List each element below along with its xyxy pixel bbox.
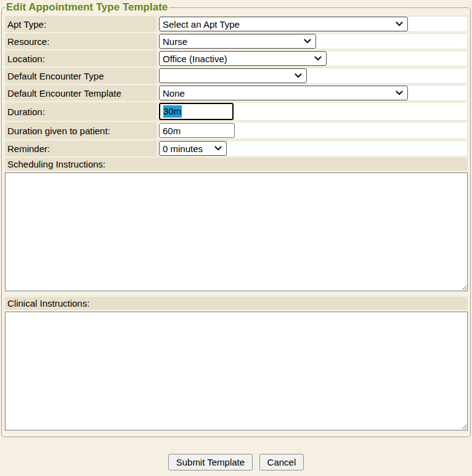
chevron-down-icon [304,39,311,44]
default-encounter-type-select[interactable] [159,68,307,83]
default-encounter-type-cell [158,68,468,84]
apt-type-selected-value: Select an Apt Type [163,19,240,30]
apt-type-label: Apt Type: [5,16,157,32]
location-select[interactable]: Office (Inactive) [159,51,327,66]
reminder-cell: 0 minutes [158,140,468,156]
default-encounter-template-select[interactable]: None [159,86,408,100]
location-selected-value: Office (Inactive) [163,54,227,64]
form-row-default-encounter-type: Default Encounter Type [5,68,468,84]
button-bar: Submit Template Cancel [0,454,472,470]
default-encounter-type-label: Default Encounter Type [5,68,157,84]
chevron-down-icon [396,91,403,95]
location-label: Location: [5,50,157,67]
form-row-apt-type: Apt Type: Select an Apt Type [5,16,468,32]
default-encounter-template-cell: None [158,85,468,101]
edit-appointment-type-template-page: Edit Appointment Type Template Apt Type:… [0,1,472,476]
form-row-location: Location: Office (Inactive) [5,50,468,67]
default-encounter-template-selected-value: None [163,88,185,99]
duration-input-selected-text: 30m [163,105,182,118]
duration-patient-input[interactable]: 60m [159,123,235,138]
reminder-select[interactable]: 0 minutes [159,141,227,156]
resource-cell: Nurse [158,33,468,49]
reminder-selected-value: 0 minutes [163,143,203,154]
form-row-resource: Resource: Nurse [5,33,468,49]
duration-input[interactable]: 30m [159,103,234,120]
page-title: Edit Appointment Type Template [6,1,169,14]
duration-patient-cell: 60m [158,122,468,139]
form-row-duration-patient: Duration given to patient: 60m [5,122,468,139]
default-encounter-template-label: Default Encounter Template [5,85,157,101]
chevron-down-icon [295,73,302,78]
duration-patient-label: Duration given to patient: [5,122,157,139]
appointment-template-form: Edit Appointment Type Template Apt Type:… [1,1,471,437]
location-cell: Office (Inactive) [158,50,468,67]
resource-selected-value: Nurse [163,36,187,47]
submit-template-button[interactable]: Submit Template [168,454,253,470]
resource-select[interactable]: Nurse [159,34,316,49]
cancel-button[interactable]: Cancel [259,454,304,470]
form-row-reminder: Reminder: 0 minutes [5,140,468,156]
form-row-default-encounter-template: Default Encounter Template None [5,85,468,101]
scheduling-instructions-label: Scheduling Instructions: [5,158,468,171]
apt-type-cell: Select an Apt Type [158,16,468,32]
clinical-instructions-label: Clinical Instructions: [5,297,468,310]
form-row-duration: Duration: 30m [5,102,468,121]
reminder-label: Reminder: [5,140,157,156]
duration-patient-input-text: 60m [163,126,181,136]
clinical-instructions-textarea[interactable] [5,312,468,430]
chevron-down-icon [396,22,403,26]
resource-label: Resource: [5,33,157,49]
apt-type-select[interactable]: Select an Apt Type [159,17,408,31]
chevron-down-icon [214,146,222,151]
duration-label: Duration: [5,102,157,121]
chevron-down-icon [314,56,322,61]
duration-cell: 30m [158,102,468,121]
scheduling-instructions-textarea[interactable] [5,172,468,291]
